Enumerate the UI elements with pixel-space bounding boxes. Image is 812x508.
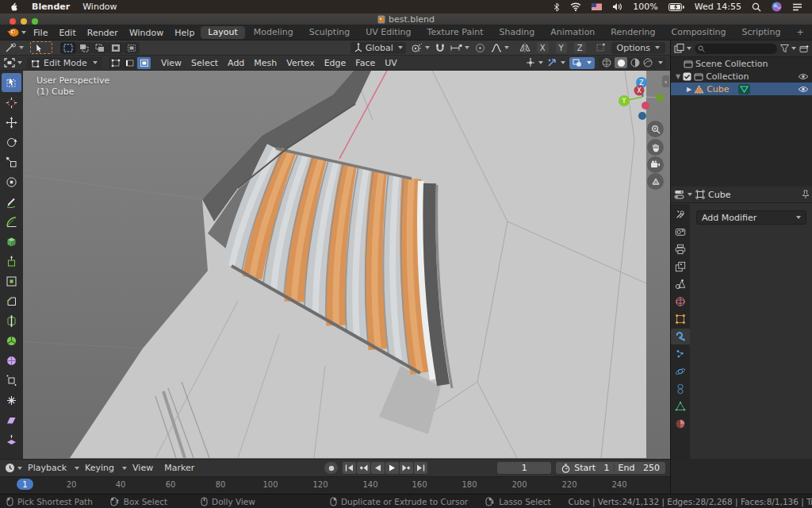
- viewport-menu-mesh[interactable]: Mesh: [249, 58, 282, 68]
- menu-help[interactable]: Help: [169, 28, 200, 38]
- show-gizmo-dropdown[interactable]: [526, 58, 543, 67]
- material-preview-shading-button[interactable]: [630, 58, 640, 67]
- workspace-tab-compositing[interactable]: Compositing: [665, 26, 733, 39]
- workspace-tab-scripting[interactable]: Scripting: [734, 26, 787, 39]
- viewport-menu-select[interactable]: Select: [186, 58, 223, 68]
- select-mode-new[interactable]: [60, 42, 76, 54]
- jump-to-start-button[interactable]: [343, 462, 356, 474]
- edge-select-mode-button[interactable]: [123, 57, 136, 69]
- workspace-tab-animation[interactable]: Animation: [543, 26, 602, 39]
- gizmo-x-axis[interactable]: X: [637, 87, 642, 94]
- workspace-tab-shading[interactable]: Shading: [492, 26, 542, 39]
- workspace-tab-uv-editing[interactable]: UV Editing: [358, 26, 418, 39]
- add-workspace-button[interactable]: +: [789, 26, 810, 39]
- perspective-ortho-button[interactable]: [647, 173, 664, 190]
- outliner-row-cube[interactable]: ▶ Cube: [671, 83, 812, 95]
- face-select-mode-button[interactable]: [137, 57, 151, 69]
- cube-expand-arrow[interactable]: ▶: [687, 86, 691, 93]
- bluetooth-icon[interactable]: [553, 2, 560, 12]
- workspace-tab-layout[interactable]: Layout: [201, 26, 244, 39]
- properties-editor-type-icon[interactable]: [674, 190, 692, 199]
- tool-extrude-region[interactable]: [2, 252, 21, 271]
- window-menu[interactable]: Window: [82, 2, 117, 12]
- tool-rotate[interactable]: [2, 133, 21, 152]
- workspace-tab-rendering[interactable]: Rendering: [603, 26, 662, 39]
- outliner-row-collection[interactable]: ▼ Collection: [671, 70, 812, 83]
- tool-bevel[interactable]: [2, 291, 21, 310]
- blender-logo-icon[interactable]: [6, 28, 26, 37]
- navigation-gizmo[interactable]: Z X Y: [611, 71, 666, 126]
- tab-render[interactable]: [671, 224, 690, 240]
- tool-move[interactable]: [2, 113, 21, 132]
- current-frame-field[interactable]: 1: [497, 462, 551, 474]
- next-keyframe-button[interactable]: [400, 462, 413, 474]
- start-frame-field[interactable]: Start 1: [574, 463, 609, 473]
- select-mode-intersect[interactable]: [124, 42, 140, 54]
- tab-particles[interactable]: [671, 346, 690, 362]
- outliner-search-input[interactable]: [695, 44, 777, 54]
- gizmo-y-axis[interactable]: Y: [622, 98, 626, 105]
- volume-icon[interactable]: [612, 2, 622, 11]
- auto-keying-record-button[interactable]: [324, 462, 338, 474]
- tool-smooth[interactable]: [2, 391, 21, 410]
- select-mode-extend[interactable]: [76, 42, 92, 54]
- mode-dropdown[interactable]: Edit Mode: [27, 57, 102, 69]
- options-dropdown[interactable]: Options: [611, 42, 665, 54]
- outliner-filter-icon[interactable]: [780, 44, 796, 52]
- tool-add-cube[interactable]: [2, 232, 21, 251]
- play-reverse-button[interactable]: [371, 462, 385, 474]
- timeline-menu-playback[interactable]: Playback: [22, 463, 72, 473]
- tab-material[interactable]: [671, 416, 690, 432]
- collection-expand-arrow[interactable]: ▼: [676, 73, 680, 80]
- snap-with-dropdown[interactable]: [450, 44, 469, 52]
- viewport-menu-view[interactable]: View: [156, 58, 186, 68]
- tab-physics[interactable]: [671, 364, 690, 379]
- tool-shrink-fatten[interactable]: [2, 430, 21, 449]
- menu-file[interactable]: File: [28, 28, 53, 38]
- snap-individual-elements-icon[interactable]: [596, 43, 606, 52]
- timeline-menu-keying[interactable]: Keying: [79, 463, 120, 473]
- zoom-view-button[interactable]: [647, 121, 664, 137]
- previous-keyframe-button[interactable]: [357, 462, 370, 474]
- tool-cursor[interactable]: [2, 93, 21, 112]
- control-center-icon[interactable]: [792, 3, 802, 11]
- play-button[interactable]: [385, 462, 399, 474]
- apple-icon[interactable]: [10, 2, 19, 12]
- jump-to-end-button[interactable]: [414, 462, 427, 474]
- mirror-y-toggle[interactable]: Y: [556, 42, 567, 53]
- tab-object[interactable]: [671, 311, 690, 327]
- add-modifier-dropdown[interactable]: Add Modifier: [696, 210, 806, 225]
- tab-modifiers[interactable]: [671, 329, 690, 344]
- active-tool-select-box[interactable]: [30, 41, 52, 54]
- timeline-editor-type-icon[interactable]: [5, 463, 22, 473]
- tab-scene[interactable]: [671, 276, 690, 292]
- collection-visibility-eye-icon[interactable]: [798, 73, 809, 80]
- current-frame-indicator[interactable]: 1: [17, 479, 33, 490]
- siri-icon[interactable]: [772, 2, 782, 12]
- pin-icon[interactable]: [802, 190, 810, 199]
- outliner-editor-type-icon[interactable]: [674, 44, 691, 53]
- tool-inset-faces[interactable]: [2, 271, 21, 291]
- rendered-shading-button[interactable]: [643, 58, 653, 67]
- viewport-canvas[interactable]: User Perspective (1) Cube Z X: [0, 71, 670, 459]
- viewport-menu-add[interactable]: Add: [223, 58, 249, 68]
- menu-window[interactable]: Window: [124, 28, 169, 38]
- show-overlays-dropdown[interactable]: [547, 58, 565, 67]
- workspace-tab-texture-paint[interactable]: Texture Paint: [420, 26, 491, 39]
- tab-world[interactable]: [671, 294, 690, 310]
- select-mode-subtract[interactable]: [92, 42, 108, 54]
- stopwatch-icon[interactable]: [561, 464, 570, 473]
- workspace-tab-modeling[interactable]: Modeling: [247, 26, 301, 39]
- tool-loop-cut[interactable]: [2, 311, 21, 330]
- menu-edit[interactable]: Edit: [53, 28, 81, 38]
- viewport-menu-vertex[interactable]: Vertex: [282, 58, 319, 68]
- timeline-ruler[interactable]: 1 20 40 60 80 100 120 140 160 180 200 22…: [0, 476, 670, 495]
- vertex-select-mode-button[interactable]: [109, 57, 122, 69]
- mirror-x-toggle[interactable]: X: [537, 42, 549, 53]
- viewport-editor-type-icon[interactable]: [4, 58, 22, 67]
- menu-render[interactable]: Render: [82, 28, 124, 38]
- spotlight-search-icon[interactable]: [752, 2, 761, 12]
- pan-view-button[interactable]: [647, 139, 664, 156]
- proportional-editing-toggle[interactable]: [475, 43, 485, 53]
- app-menu[interactable]: Blender: [32, 2, 70, 12]
